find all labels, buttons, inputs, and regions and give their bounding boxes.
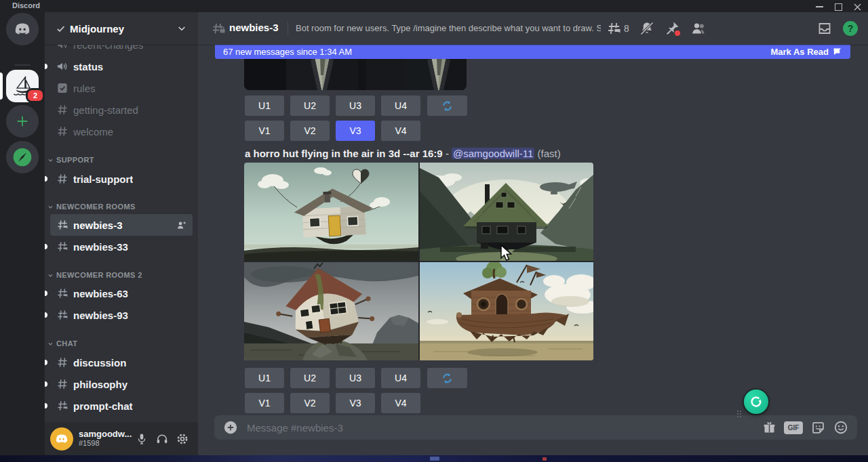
sidebar-category-support[interactable]: SUPPORT bbox=[47, 153, 94, 167]
sidebar-item-newbies-63[interactable]: newbies-63 bbox=[50, 282, 193, 304]
hash-icon bbox=[56, 172, 69, 186]
flying-chalet-mountains-image bbox=[420, 163, 593, 261]
variation-button-v3[interactable]: V3 bbox=[336, 393, 375, 413]
variation-button-v2[interactable]: V2 bbox=[290, 393, 330, 413]
sidebar-category-chat[interactable]: CHAT bbox=[47, 337, 77, 350]
explore-servers-button[interactable] bbox=[6, 141, 39, 173]
upscale-button-u2[interactable]: U2 bbox=[290, 96, 330, 116]
variation-button-v1[interactable]: V1 bbox=[245, 121, 284, 141]
verified-check-icon bbox=[56, 24, 66, 34]
help-icon: ? bbox=[843, 21, 858, 36]
reroll-button[interactable] bbox=[427, 368, 467, 388]
refresh-icon bbox=[441, 372, 454, 385]
emoji-picker-button[interactable] bbox=[833, 419, 849, 436]
window-maximize-button[interactable] bbox=[831, 3, 845, 11]
server-header-dropdown[interactable]: Midjourney bbox=[45, 12, 198, 45]
sidebar-item-welcome[interactable]: welcome bbox=[50, 121, 193, 142]
gif-picker-button[interactable]: GIF bbox=[784, 421, 803, 434]
sidebar-item-status[interactable]: status bbox=[50, 56, 193, 77]
inbox-icon[interactable] bbox=[816, 20, 833, 37]
sidebar-item-trial-support[interactable]: trial-support bbox=[50, 168, 193, 190]
variation-button-v3-selected[interactable]: V3 bbox=[336, 121, 375, 141]
pinned-messages-icon[interactable] bbox=[664, 20, 680, 37]
chevron-down-icon bbox=[47, 272, 54, 278]
generated-image-3[interactable] bbox=[244, 262, 418, 360]
user-settings-button[interactable] bbox=[172, 429, 193, 449]
attach-file-button[interactable] bbox=[222, 419, 239, 436]
mention-badge: 2 bbox=[26, 88, 45, 103]
channel-topic[interactable]: Bot room for new users. Type /imagine th… bbox=[296, 23, 601, 33]
variation-button-v1[interactable]: V1 bbox=[245, 393, 284, 413]
unread-pill bbox=[45, 244, 47, 249]
message-input[interactable] bbox=[245, 421, 754, 434]
add-server-button[interactable] bbox=[6, 105, 39, 138]
sidebar-item-discussion[interactable]: discussion bbox=[50, 352, 193, 373]
gift-icon bbox=[762, 421, 776, 435]
unread-pill bbox=[45, 312, 47, 318]
sticker-button[interactable] bbox=[810, 419, 826, 436]
variation-button-v2[interactable]: V2 bbox=[290, 121, 330, 141]
window-close-button[interactable] bbox=[850, 3, 864, 11]
previous-message-image[interactable] bbox=[244, 58, 467, 90]
sidebar-item-philosophy[interactable]: philosophy bbox=[50, 373, 193, 395]
sidebar-item-rules[interactable]: rules bbox=[50, 77, 193, 99]
new-messages-banner[interactable]: 67 new messages since 1:34 AM Mark As Re… bbox=[215, 45, 850, 59]
sidebar-item-newbies-33[interactable]: newbies-33 bbox=[50, 236, 193, 257]
generated-image-1[interactable] bbox=[244, 163, 418, 261]
gift-button[interactable] bbox=[761, 419, 777, 436]
sidebar-item-newbies-3[interactable]: newbies-3 bbox=[50, 214, 193, 236]
window-titlebar: Discord bbox=[0, 0, 868, 12]
upscale-button-u4[interactable]: U4 bbox=[381, 368, 420, 388]
discriminator: #1598 bbox=[79, 439, 132, 448]
selected-server-indicator bbox=[0, 72, 3, 100]
variation-button-v4[interactable]: V4 bbox=[381, 393, 420, 413]
unread-pill bbox=[45, 176, 47, 182]
upscale-button-u2[interactable]: U2 bbox=[290, 368, 330, 388]
generated-image-2[interactable] bbox=[420, 163, 593, 261]
deafen-button[interactable] bbox=[152, 429, 172, 449]
prompt-separator: - bbox=[446, 148, 452, 159]
notifications-muted-icon[interactable] bbox=[639, 20, 655, 37]
announcement-icon bbox=[56, 60, 69, 73]
mute-microphone-button[interactable] bbox=[132, 429, 152, 449]
upscale-button-u1[interactable]: U1 bbox=[245, 96, 284, 116]
help-button[interactable]: ? bbox=[843, 21, 859, 37]
member-list-icon[interactable] bbox=[690, 20, 707, 37]
upscale-button-u3[interactable]: U3 bbox=[336, 96, 375, 116]
message-composer: GIF bbox=[214, 415, 857, 440]
sidebar-item-newbies-93[interactable]: newbies-93 bbox=[50, 304, 193, 326]
sidebar-item-prompt-chat[interactable]: prompt-chat bbox=[50, 395, 193, 417]
sidebar-item-getting-started[interactable]: getting-started bbox=[50, 99, 193, 121]
window-title: Discord bbox=[12, 1, 40, 9]
variation-button-v4[interactable]: V4 bbox=[381, 121, 420, 141]
mark-as-read-button[interactable]: Mark As Read bbox=[771, 47, 843, 57]
hash-icon bbox=[56, 103, 69, 117]
username: samgoodw... bbox=[79, 429, 132, 439]
grammarly-button[interactable] bbox=[744, 390, 768, 414]
home-server-button[interactable] bbox=[6, 13, 39, 45]
threads-icon[interactable] bbox=[606, 20, 622, 37]
prompt-text: a horro hut flying in the air in 3d --ar… bbox=[245, 148, 443, 159]
user-mention[interactable]: @samgoodwill-11 bbox=[452, 148, 534, 159]
plus-circle-icon bbox=[223, 420, 238, 435]
window-minimize-button[interactable] bbox=[812, 3, 826, 11]
upscale-button-u1[interactable]: U1 bbox=[245, 368, 284, 388]
avatar[interactable] bbox=[50, 427, 73, 450]
sidebar-item-clipped[interactable] bbox=[50, 417, 193, 422]
chevron-down-icon bbox=[47, 157, 54, 163]
sidebar-category-newcomer-rooms[interactable]: NEWCOMER ROOMS bbox=[47, 200, 136, 213]
generated-image-4[interactable] bbox=[420, 262, 593, 360]
unread-pill bbox=[45, 360, 47, 365]
create-invite-icon[interactable] bbox=[176, 219, 187, 231]
hash-thread-icon bbox=[56, 308, 69, 322]
midjourney-image-grid bbox=[244, 163, 593, 360]
unread-pill bbox=[45, 381, 47, 387]
grammarly-drag-handle[interactable] bbox=[737, 411, 742, 417]
user-info[interactable]: samgoodw... #1598 bbox=[79, 429, 132, 448]
upscale-button-u3[interactable]: U3 bbox=[336, 368, 375, 388]
reroll-button[interactable] bbox=[427, 96, 467, 116]
sidebar-item-recent-changes[interactable]: recent-changes bbox=[50, 45, 193, 56]
close-icon bbox=[854, 3, 861, 11]
sidebar-category-newcomer-rooms-2[interactable]: NEWCOMER ROOMS 2 bbox=[47, 268, 142, 282]
upscale-button-u4[interactable]: U4 bbox=[381, 96, 420, 116]
